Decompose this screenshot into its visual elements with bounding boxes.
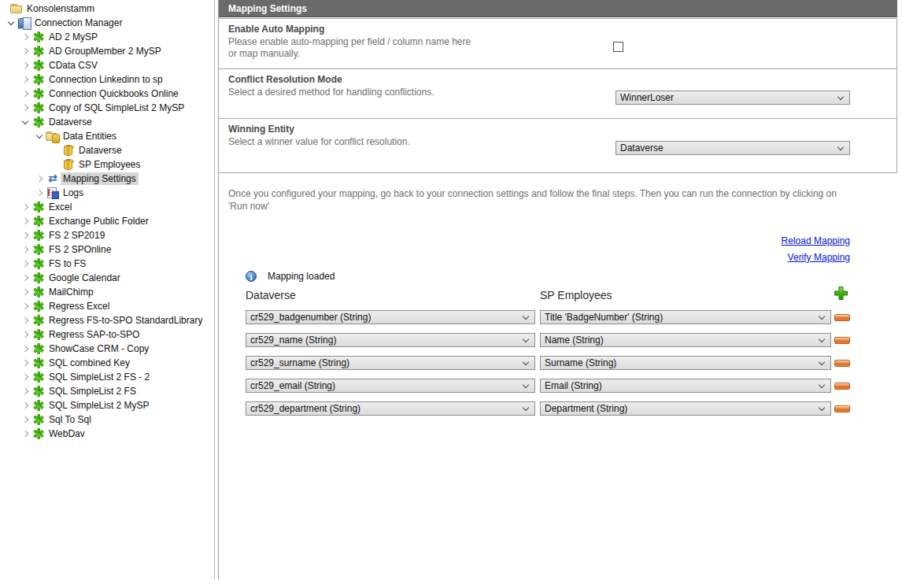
chevron-right-icon[interactable] (22, 246, 28, 253)
chevron-right-icon[interactable] (22, 402, 28, 409)
tree-item-label[interactable]: SP Employees (76, 158, 143, 171)
tree-item-label[interactable]: FS 2 SPOnline (46, 243, 113, 256)
chevron-right-icon[interactable] (22, 317, 28, 324)
tree-item-label[interactable]: Sql To Sql (46, 413, 94, 426)
tree-item-regress-sap-to-spo[interactable]: Regress SAP-to-SPO (0, 327, 214, 342)
tree-item-label[interactable]: FS 2 SP2019 (46, 229, 107, 242)
conflict-resolution-dropdown[interactable]: WinnerLoser (616, 91, 850, 105)
tree-item-showcase-crm-copy[interactable]: ShowCase CRM - Copy (0, 342, 214, 356)
chevron-right-icon[interactable] (22, 48, 28, 54)
source-field-dropdown[interactable]: cr529_badgenumber (String) (246, 310, 535, 324)
tree-item-label[interactable]: Excel (46, 201, 74, 213)
chevron-right-icon[interactable] (22, 232, 28, 239)
winning-entity-dropdown[interactable]: Dataverse (616, 141, 850, 155)
chevron-right-icon[interactable] (22, 261, 28, 267)
remove-mapping-button[interactable] (834, 337, 850, 344)
tree-item-label[interactable]: SQL SimpleList 2 FS - 2 (46, 371, 152, 383)
tree-item-label[interactable]: MailChimp (46, 286, 96, 298)
tree-item-sp-employees[interactable]: SP Employees (0, 157, 214, 172)
tree-item-logs[interactable]: Logs (0, 186, 214, 200)
tree-item-regress-excel[interactable]: Regress Excel (0, 299, 214, 313)
tree-item-label[interactable]: WebDav (46, 427, 87, 440)
source-field-dropdown[interactable]: cr529_email (String) (246, 379, 535, 393)
tree-item-sql-simplelist-2-mysp[interactable]: SQL SimpleList 2 MySP (0, 398, 214, 412)
chevron-down-icon[interactable] (8, 19, 14, 25)
chevron-right-icon[interactable] (22, 62, 28, 68)
tree-item-excel[interactable]: Excel (0, 200, 214, 214)
chevron-right-icon[interactable] (22, 431, 28, 437)
tree-item-konsolenstamm[interactable]: Konsolenstamm (0, 2, 214, 16)
chevron-right-icon[interactable] (22, 360, 28, 366)
reload-mapping-link[interactable]: Reload Mapping (782, 235, 850, 246)
tree-item-label[interactable]: Logs (61, 187, 86, 199)
chevron-down-icon[interactable] (22, 118, 28, 124)
tree-item-label[interactable]: Data Entities (61, 130, 119, 142)
tree-item-webdav[interactable]: WebDav (0, 427, 214, 441)
tree-item-sql-simplelist-2-fs[interactable]: SQL SimpleList 2 FS (0, 384, 214, 398)
chevron-right-icon[interactable] (36, 190, 43, 196)
tree-item-label[interactable]: Dataverse (76, 144, 124, 157)
target-field-dropdown[interactable]: Email (String) (540, 379, 831, 393)
tree-item-google-calendar[interactable]: Google Calendar (0, 271, 214, 285)
tree-item-ad-2-mysp[interactable]: AD 2 MySP (0, 30, 214, 44)
remove-mapping-button[interactable] (834, 360, 850, 367)
remove-mapping-button[interactable] (834, 405, 850, 412)
tree-item-label[interactable]: AD 2 MySP (46, 31, 100, 43)
chevron-right-icon[interactable] (22, 374, 28, 380)
tree-item-label[interactable]: Connection Linkedinn to sp (46, 73, 165, 86)
tree-item-label[interactable]: FS to FS (46, 257, 88, 270)
tree-item-label[interactable]: Dataverse (46, 116, 94, 128)
remove-mapping-button[interactable] (834, 383, 850, 390)
tree-item-connection-quickbooks-online[interactable]: Connection Quickbooks Online (0, 87, 214, 101)
chevron-right-icon[interactable] (36, 176, 43, 182)
target-field-dropdown[interactable]: Title 'BadgeNumber' (String) (540, 310, 831, 324)
chevron-right-icon[interactable] (22, 331, 28, 338)
chevron-right-icon[interactable] (22, 416, 28, 423)
tree-item-label[interactable]: Connection Manager (32, 17, 124, 29)
chevron-right-icon[interactable] (22, 303, 28, 309)
verify-mapping-link[interactable]: Verify Mapping (788, 252, 850, 263)
chevron-down-icon[interactable] (36, 132, 43, 139)
tree-item-sql-simplelist-2-fs-2[interactable]: SQL SimpleList 2 FS - 2 (0, 370, 214, 384)
tree-item-label[interactable]: Copy of SQL SimpleList 2 MySP (46, 102, 187, 114)
tree-item-mailchimp[interactable]: MailChimp (0, 285, 214, 299)
tree-item-fs-to-fs[interactable]: FS to FS (0, 257, 214, 271)
tree-item-dataverse[interactable]: Dataverse (0, 115, 214, 129)
source-field-dropdown[interactable]: cr529_name (String) (246, 333, 535, 347)
tree-item-label[interactable]: Exchange Public Folder (46, 215, 151, 227)
target-field-dropdown[interactable]: Surname (String) (540, 356, 831, 370)
source-field-dropdown[interactable]: cr529_surname (String) (246, 356, 535, 370)
tree-item-sql-to-sql[interactable]: Sql To Sql (0, 412, 214, 427)
source-field-dropdown[interactable]: cr529_department (String) (246, 401, 535, 416)
tree-item-label[interactable]: ShowCase CRM - Copy (46, 342, 151, 355)
tree-item-ad-groupmember-2-mysp[interactable]: AD GroupMember 2 MySP (0, 44, 214, 58)
tree-item-dataverse[interactable]: Dataverse (0, 143, 214, 157)
chevron-right-icon[interactable] (22, 289, 28, 295)
tree-item-exchange-public-folder[interactable]: Exchange Public Folder (0, 214, 214, 228)
tree-item-regress-fs-to-spo-standardlibrary[interactable]: Regress FS-to-SPO StandardLibrary (0, 313, 214, 327)
tree-item-cdata-csv[interactable]: CData CSV (0, 58, 214, 72)
tree-item-label[interactable]: SQL SimpleList 2 FS (46, 385, 139, 398)
tree-item-label[interactable]: SQL combined Key (46, 357, 132, 369)
target-field-dropdown[interactable]: Department (String) (540, 401, 831, 416)
chevron-right-icon[interactable] (22, 346, 28, 352)
remove-mapping-button[interactable] (834, 314, 850, 321)
chevron-right-icon[interactable] (22, 91, 28, 97)
tree-item-label[interactable]: SQL SimpleList 2 MySP (46, 399, 152, 412)
chevron-right-icon[interactable] (22, 218, 28, 224)
chevron-right-icon[interactable] (22, 388, 28, 394)
add-mapping-button[interactable] (834, 286, 848, 301)
tree-item-label[interactable]: Konsolenstamm (24, 2, 97, 15)
tree-item-label[interactable]: Regress FS-to-SPO StandardLibrary (46, 314, 205, 327)
chevron-right-icon[interactable] (22, 76, 28, 83)
tree-item-label[interactable]: AD GroupMember 2 MySP (46, 45, 164, 57)
target-field-dropdown[interactable]: Name (String) (540, 333, 831, 347)
tree-item-fs-2-sponline[interactable]: FS 2 SPOnline (0, 242, 214, 257)
tree-item-sql-combined-key[interactable]: SQL combined Key (0, 356, 214, 370)
chevron-right-icon[interactable] (22, 34, 28, 40)
chevron-right-icon[interactable] (22, 105, 28, 111)
chevron-right-icon[interactable] (22, 204, 28, 210)
tree-item-fs-2-sp2019[interactable]: FS 2 SP2019 (0, 228, 214, 242)
tree-item-connection-manager[interactable]: Connection Manager (0, 16, 214, 30)
tree-item-data-entities[interactable]: Data Entities (0, 129, 214, 143)
